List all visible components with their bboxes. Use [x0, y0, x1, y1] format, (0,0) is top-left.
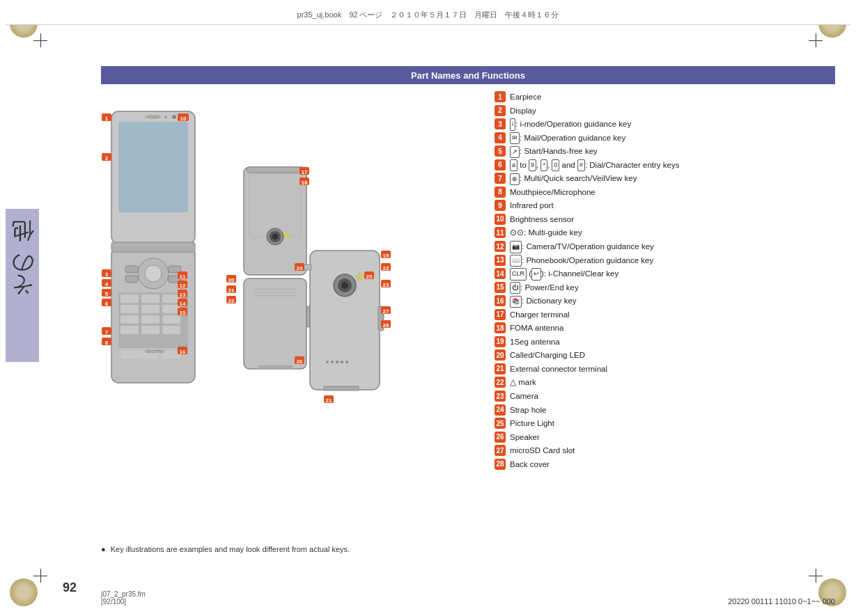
list-item: 10 Brightness sensor: [495, 213, 836, 227]
part-text-26: Speaker: [510, 431, 540, 445]
list-item: 6 a to 9, *, 0 and #: Dial/Character ent…: [495, 159, 836, 173]
list-item: 22 △ mark: [495, 376, 836, 390]
cross-mark-bl: [33, 569, 47, 583]
part-number-27: 27: [495, 445, 506, 456]
svg-point-2: [145, 115, 162, 119]
svg-text:7: 7: [105, 329, 109, 335]
list-item: 8 Mouthpiece/Microphone: [495, 186, 836, 200]
list-item: 25 Picture Light: [495, 417, 836, 431]
list-item: 26 Speaker: [495, 431, 836, 445]
part-number-28: 28: [495, 459, 506, 470]
svg-text:12: 12: [180, 283, 186, 289]
part-text-18: FOMA antenna: [510, 322, 563, 335]
list-item: 3 i: i-mode/Operation guidance key: [495, 118, 836, 132]
page-title: Part Names and Functions: [411, 70, 525, 81]
svg-rect-20: [120, 294, 139, 303]
svg-point-64: [272, 234, 278, 239]
svg-text:19: 19: [383, 253, 389, 259]
svg-point-90: [341, 361, 343, 363]
list-item: 1 Earpiece: [495, 90, 836, 104]
svg-text:25: 25: [366, 274, 373, 280]
part-number-11: 11: [495, 227, 506, 238]
part-text-2: Display: [510, 104, 536, 118]
part-number-18: 18: [495, 322, 506, 333]
svg-point-3: [172, 115, 176, 119]
svg-text:8: 8: [105, 340, 109, 346]
phone-svg: 1 2 10: [91, 90, 460, 425]
part-text-25: Picture Light: [510, 417, 554, 431]
tab-text: その他: [7, 260, 38, 311]
svg-text:4: 4: [105, 281, 109, 287]
svg-point-87: [326, 361, 329, 363]
svg-point-91: [345, 361, 348, 363]
svg-point-4: [164, 116, 167, 118]
list-item: 23 Camera: [495, 390, 836, 404]
part-text-23: Camera: [510, 390, 538, 404]
svg-rect-67: [258, 365, 293, 369]
part-text-9: Infrared port: [510, 199, 554, 213]
svg-text:14: 14: [180, 301, 186, 307]
part-text-22: △ mark: [510, 376, 536, 390]
list-item: 11 ⊙⊙: Multi-guide key: [495, 226, 836, 240]
part-text-1: Earpiece: [510, 90, 541, 104]
svg-text:17: 17: [302, 169, 308, 175]
footnote-text: Key illustrations are examples and may l…: [111, 545, 350, 553]
footer-file: j07_2_pr35.fm: [101, 590, 146, 598]
svg-point-14: [145, 265, 162, 282]
part-text-15: ⏻: Power/End key: [510, 281, 579, 295]
svg-text:28: 28: [383, 322, 389, 329]
part-text-5: ↗: Start/Hands-free key: [510, 145, 598, 159]
header-bar: pr35_uj.book 92 ページ ２０１０年５月１７日 月曜日 午後４時１…: [6, 6, 850, 25]
phone-upper-body: 1 2 10: [102, 111, 195, 244]
svg-text:26: 26: [297, 358, 303, 365]
list-item: 13 📖: Phonebook/Operation guidance key: [495, 254, 836, 268]
svg-rect-28: [162, 315, 180, 324]
part-text-3: i: i-mode/Operation guidance key: [510, 118, 631, 132]
list-item: 24 Strap hole: [495, 404, 836, 418]
part-number-17: 17: [495, 309, 506, 320]
svg-rect-31: [162, 326, 180, 334]
svg-text:1: 1: [105, 116, 109, 122]
page-number: 92: [63, 581, 77, 595]
svg-point-88: [331, 361, 334, 363]
part-text-16: 📚: Dictionary key: [510, 294, 577, 308]
part-text-28: Back cover: [510, 458, 550, 472]
part-number-3: 3: [495, 118, 506, 129]
footer-pages: [92/100]: [101, 598, 126, 606]
svg-text:27: 27: [383, 308, 389, 315]
svg-text:15: 15: [180, 310, 186, 316]
part-number-5: 5: [495, 145, 506, 157]
svg-rect-1: [118, 122, 188, 212]
part-number-6: 6: [495, 159, 506, 171]
svg-text:24: 24: [297, 265, 303, 271]
part-number-10: 10: [495, 214, 506, 225]
part-text-20: Called/Charging LED: [510, 349, 585, 363]
footer-right: 20220 00111 11010 0~1~~ 000: [728, 597, 835, 606]
part-text-7: ⊕: Multi/Quick search/VeilView key: [510, 172, 637, 186]
svg-text:18: 18: [302, 180, 308, 186]
svg-rect-15: [125, 266, 138, 273]
svg-rect-17: [125, 276, 138, 283]
part-text-4: ✉: Mail/Operation guidance key: [510, 132, 625, 145]
list-item: 20 Called/Charging LED: [495, 349, 836, 363]
footer-note: Key illustrations are examples and may l…: [101, 545, 350, 553]
svg-text:13: 13: [180, 292, 186, 298]
left-tab: その他: [6, 209, 39, 362]
phone-lower-body: --docomo 3 4 5 6 7 8 11 12 13 14 15: [102, 242, 195, 383]
part-number-22: 22: [495, 377, 506, 388]
footer-left: j07_2_pr35.fm [92/100]: [101, 590, 146, 606]
svg-rect-61: [247, 167, 303, 173]
svg-text:21: 21: [228, 287, 235, 294]
svg-text:3: 3: [105, 271, 109, 278]
svg-rect-12: [111, 242, 195, 252]
list-item: 14 CLR (↩): i-Channel/Clear key: [495, 267, 836, 281]
cross-mark-br: [809, 569, 823, 583]
part-number-19: 19: [495, 336, 506, 347]
part-text-24: Strap hole: [510, 404, 546, 418]
svg-text:23: 23: [383, 282, 389, 288]
svg-text:--docomo: --docomo: [143, 349, 164, 354]
list-item: 5 ↗: Start/Hands-free key: [495, 145, 836, 159]
svg-rect-59: [244, 167, 306, 275]
list-item: 12 📷: Camera/TV/Operation guidance key: [495, 240, 836, 254]
title-banner: Part Names and Functions: [101, 66, 835, 84]
